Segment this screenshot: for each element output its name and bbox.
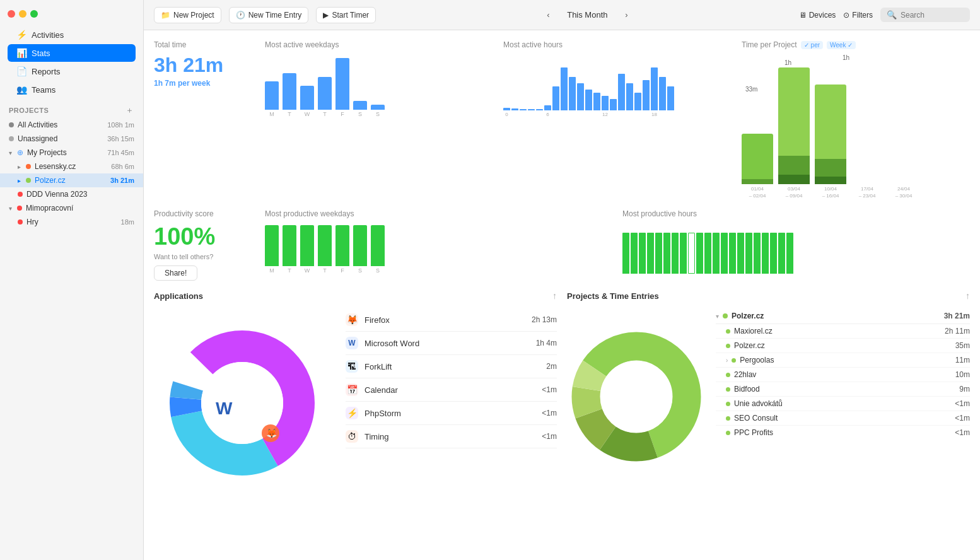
sidebar-item-reports[interactable]: 📄 Reports: [8, 62, 136, 80]
bar: [786, 233, 793, 274]
projects-section-header: Projects ＋: [0, 99, 143, 118]
bars-container: 01/04– 02/04 03/04– 09/04: [742, 73, 919, 199]
projects-time-entries-section: Projects & Time Entries ↑: [567, 291, 970, 498]
project-ddd[interactable]: DDD Vienna 2023: [0, 187, 143, 201]
sidebar: ⚡ Activities 📊 Stats 📄 Reports 👥 Teams P…: [0, 0, 144, 560]
bar: [631, 233, 638, 274]
bar: [626, 83, 633, 110]
productivity-value: 100%: [154, 223, 255, 250]
chevron-down-icon: ▾: [9, 205, 12, 212]
bar: [659, 77, 666, 110]
projects-entries-layout: ▾ Polzer.cz 3h 21m Maxiorel.cz 2h 11m: [567, 308, 970, 485]
total-time-value: 3h 21m: [154, 54, 255, 76]
new-time-entry-button[interactable]: 🕐 New Time Entry: [229, 7, 309, 23]
time-per-project-card: Time per Project ✓ per Week ✓ 1h 1h 33m: [742, 40, 970, 199]
project-dot: [726, 416, 730, 421]
stacked-segment: [815, 159, 846, 177]
bar: [335, 58, 349, 110]
share-button[interactable]: Share!: [154, 265, 197, 281]
bar: [602, 96, 609, 110]
search-input[interactable]: [901, 11, 964, 20]
firefox-icon-text: 🦊: [266, 428, 277, 439]
project-dot: [726, 431, 730, 435]
bar: [318, 77, 332, 110]
devices-button[interactable]: 🖥 Devices: [799, 11, 836, 20]
collapse-icon[interactable]: ▾: [716, 313, 719, 320]
annotation-33m: 33m: [745, 86, 757, 93]
export-projects-icon[interactable]: ↑: [965, 291, 970, 301]
project-polzer[interactable]: ▸ Polzer.cz 3h 21m: [0, 173, 143, 187]
app-list: 🦊 Firefox 2h 13m W Microsoft Word 1h 4m …: [346, 308, 557, 498]
devices-icon: 🖥: [799, 11, 807, 20]
bar: [754, 233, 761, 274]
week-toggle[interactable]: Week ✓: [827, 41, 856, 49]
bar: [647, 233, 654, 274]
stacked-bar: [742, 134, 773, 184]
project-entry-pergoolas: › Pergoolas 11m: [716, 353, 970, 368]
bar: [371, 225, 385, 266]
prev-month-button[interactable]: ‹: [539, 6, 557, 24]
stacked-bar-group: 03/04– 09/04: [778, 67, 810, 199]
search-box: 🔍: [880, 8, 970, 22]
stats-grid: Total time 3h 21m 1h 7m per week Most ac…: [144, 30, 980, 560]
start-timer-button[interactable]: ▶ Start Timer: [316, 7, 376, 23]
expand-icon[interactable]: ›: [726, 357, 728, 364]
project-hry[interactable]: Hry 18m: [0, 215, 143, 229]
bar: [318, 225, 332, 266]
topbar: 📁 New Project 🕐 New Time Entry ▶ Start T…: [144, 0, 980, 30]
next-month-button[interactable]: ›: [617, 6, 635, 24]
bar: [622, 233, 629, 274]
chevron-right-icon: ▸: [18, 177, 21, 184]
minimize-button[interactable]: [19, 10, 26, 18]
sidebar-item-stats[interactable]: 📊 Stats: [8, 44, 136, 62]
project-dot: [726, 402, 730, 406]
bar: [696, 233, 703, 274]
hours-bar-chart: 0 6 12: [503, 54, 732, 117]
bar: [704, 233, 711, 274]
weekdays-bar-chart: M T W T F S S: [265, 54, 493, 117]
close-button[interactable]: [8, 10, 15, 18]
stacked-segment: [815, 85, 846, 159]
firefox-icon: 🦊: [346, 313, 358, 326]
bar: [721, 233, 728, 274]
maximize-button[interactable]: [30, 10, 38, 18]
most-productive-hours-card: Most productive hours: [622, 209, 970, 281]
word-icon: W: [346, 337, 358, 349]
project-my-projects[interactable]: ▾ ⊕ My Projects 71h 45m: [0, 146, 143, 160]
add-project-button[interactable]: ＋: [124, 105, 134, 115]
filters-button[interactable]: ⊙ Filters: [843, 11, 873, 20]
word-icon-text: W: [216, 399, 233, 418]
bar: [618, 74, 625, 110]
productive-weekdays-chart: M T W T F S S: [265, 223, 612, 274]
bar: [353, 101, 367, 110]
bar: [265, 225, 279, 266]
bar: [655, 233, 662, 274]
bar: [300, 225, 314, 266]
new-project-button[interactable]: 📁 New Project: [154, 7, 221, 23]
project-mimopracovni[interactable]: ▾ Mimopracovní: [0, 201, 143, 215]
bar: [577, 83, 584, 110]
stacked-segment: [778, 175, 810, 184]
project-dot: [18, 219, 23, 225]
bar: [663, 233, 670, 274]
sidebar-item-teams[interactable]: 👥 Teams: [8, 81, 136, 98]
project-lesensky[interactable]: ▸ Lesensky.cz 68h 6m: [0, 160, 143, 173]
filter-icon: ⊙: [843, 11, 849, 20]
project-all-activities[interactable]: All Activities 108h 1m: [0, 118, 143, 132]
apps-donut-chart: W 🦊: [160, 321, 324, 485]
stacked-segment: [815, 177, 846, 184]
teams-icon: 👥: [16, 85, 26, 95]
projects-donut-container: [567, 308, 706, 485]
export-icon[interactable]: ↑: [552, 291, 557, 301]
sidebar-item-activities[interactable]: ⚡ Activities: [8, 26, 136, 44]
stacked-bar-group: 01/04– 02/04: [742, 134, 773, 199]
project-unassigned[interactable]: Unassigned 36h 15m: [0, 132, 143, 146]
bar-label: 17/04– 23/04: [859, 186, 876, 199]
most-active-hours-card: Most active hours 0 6 12: [503, 40, 732, 199]
bar-label: 03/04– 09/04: [786, 186, 803, 199]
bar: [729, 233, 736, 274]
per-toggle[interactable]: ✓ per: [801, 41, 823, 49]
project-dot: [9, 122, 14, 127]
project-dot: [726, 344, 730, 348]
applications-title: Applications ↑: [154, 291, 557, 301]
